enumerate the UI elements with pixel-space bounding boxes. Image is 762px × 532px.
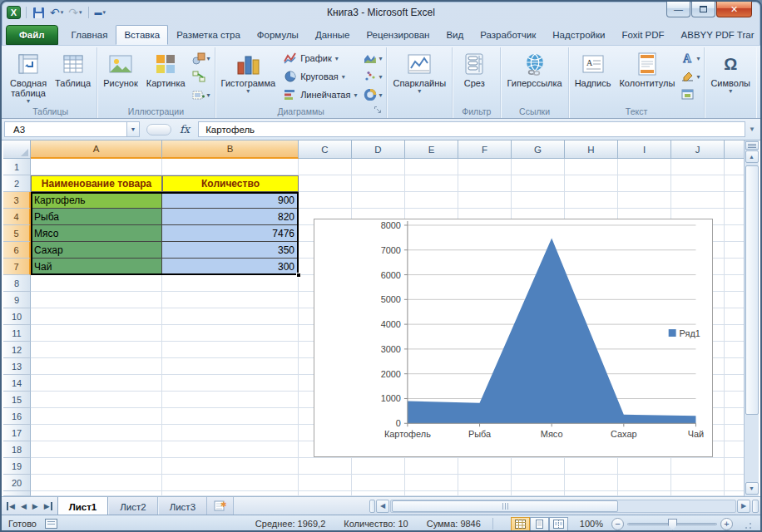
normal-view-button[interactable] [511, 517, 530, 531]
symbols-button[interactable]: Ω Символы ▾ [707, 48, 754, 106]
insert-worksheet-button[interactable]: ✱ [207, 497, 234, 515]
cell-F3[interactable] [458, 192, 512, 209]
ribbon-tab-7[interactable]: Вид [438, 25, 472, 45]
column-header-A[interactable]: A [31, 140, 162, 159]
pie-chart-button[interactable]: Круговая ▾ [281, 68, 359, 85]
dialog-launcher-icon[interactable] [374, 106, 382, 116]
sheet-tab-0[interactable]: Лист1 [57, 497, 109, 515]
cell-stub-13[interactable] [725, 358, 745, 375]
ribbon-tab-6[interactable]: Рецензирован [358, 25, 438, 45]
scroll-up-icon[interactable]: ▲ [745, 150, 759, 163]
sheet-tab-2[interactable]: Лист3 [158, 497, 207, 515]
area-chart-button[interactable]: ▾ [362, 50, 383, 66]
cell-stub-18[interactable] [725, 441, 745, 458]
cell-H1[interactable] [565, 159, 618, 175]
cell-D1[interactable] [352, 159, 405, 175]
cell-stub-8[interactable] [725, 275, 745, 292]
split-handle-icon[interactable] [745, 141, 759, 150]
row-header-3[interactable]: 3 [3, 192, 31, 209]
column-header-I[interactable]: I [618, 140, 671, 159]
tab-split-handle[interactable] [369, 500, 375, 513]
cell-B13[interactable] [162, 358, 299, 375]
page-break-view-button[interactable] [549, 517, 568, 531]
cell-C1[interactable] [299, 159, 352, 175]
cell-G2[interactable] [512, 175, 565, 192]
ribbon-tab-3[interactable]: Разметка стра [168, 25, 249, 45]
textbox-button[interactable]: A Надпись [572, 48, 615, 106]
cell-G3[interactable] [512, 192, 565, 209]
cell-stub-2[interactable] [725, 175, 745, 192]
cell-A16[interactable] [31, 408, 162, 425]
other-charts-button[interactable]: ▾ [362, 86, 383, 103]
sheet-tab-1[interactable]: Лист2 [108, 497, 157, 515]
cell-B4[interactable]: 820 [162, 209, 299, 225]
row-header-14[interactable]: 14 [3, 375, 31, 392]
ribbon-tab-8[interactable]: Разработчик [472, 25, 544, 45]
cell-stub-6[interactable] [725, 242, 745, 259]
cell-H3[interactable] [565, 192, 618, 209]
row-header-5[interactable]: 5 [3, 225, 31, 242]
formula-input[interactable]: Картофель [198, 121, 745, 137]
minimize-button[interactable]: — [666, 2, 690, 17]
zoom-in-button[interactable]: + [720, 518, 733, 530]
vertical-scrollbar[interactable]: ▲ ▼ [744, 140, 759, 496]
cell-stub-19[interactable] [725, 458, 745, 475]
row-header-18[interactable]: 18 [3, 441, 31, 458]
cell-D2[interactable] [352, 175, 405, 192]
cell-stub-9[interactable] [725, 292, 745, 308]
cell-H19[interactable] [565, 458, 618, 475]
histogram-button[interactable]: Гистограмма ▾ [218, 48, 280, 106]
cell-J19[interactable] [671, 458, 725, 475]
cell-J2[interactable] [671, 175, 725, 192]
row-header-11[interactable]: 11 [3, 325, 31, 342]
cell-A3[interactable]: Картофель [31, 192, 162, 209]
cell-I1[interactable] [618, 159, 671, 175]
cell-C3[interactable] [299, 192, 352, 209]
cell-D3[interactable] [352, 192, 405, 209]
cell-A1[interactable] [31, 159, 162, 175]
cell-B19[interactable] [162, 458, 299, 475]
cell-B9[interactable] [162, 292, 299, 308]
zoom-slider-track[interactable] [627, 523, 717, 525]
cell-stub-7[interactable] [725, 259, 745, 275]
row-header-4[interactable]: 4 [3, 209, 31, 225]
next-sheet-icon[interactable]: ▶ [32, 502, 38, 510]
slicer-button[interactable]: Срез [455, 48, 493, 106]
cell-B10[interactable] [162, 308, 299, 325]
cell-E3[interactable] [405, 192, 458, 209]
first-sheet-icon[interactable]: ◀ [7, 502, 15, 510]
cell-A14[interactable] [31, 375, 162, 392]
cell-A7[interactable]: Чай [31, 259, 162, 275]
line-chart-button[interactable]: График ▾ [281, 50, 359, 66]
column-header-H[interactable]: H [565, 140, 618, 159]
cell-stub-20[interactable] [725, 475, 745, 491]
row-header-6[interactable]: 6 [3, 242, 31, 259]
cell-A18[interactable] [31, 441, 162, 458]
cell-E1[interactable] [405, 159, 458, 175]
shapes-button[interactable]: ▾ [190, 50, 212, 66]
ribbon-tab-9[interactable]: Надстройки [544, 25, 613, 45]
ribbon-tab-0[interactable]: Файл [6, 25, 58, 45]
clipart-button[interactable]: Картинка [143, 48, 189, 106]
cell-stub-1[interactable] [725, 159, 745, 175]
cell-B17[interactable] [162, 425, 299, 441]
cell-F20[interactable] [458, 475, 512, 491]
expand-formula-bar-icon[interactable]: ▼ [745, 126, 759, 133]
row-header-10[interactable]: 10 [3, 308, 31, 325]
cell-B1[interactable] [162, 159, 299, 175]
ribbon-tab-1[interactable]: Главная [63, 25, 116, 45]
cell-B8[interactable] [162, 275, 299, 292]
name-box[interactable]: A3 [4, 121, 127, 137]
cell-A20[interactable] [31, 475, 162, 491]
row-header-19[interactable]: 19 [3, 458, 31, 475]
chart-object[interactable]: 010002000300040005000600070008000Картофе… [314, 219, 713, 457]
scroll-left-icon[interactable]: ◀ [376, 500, 389, 513]
vertical-scroll-thumb[interactable] [745, 165, 759, 415]
cell-A5[interactable]: Мясо [31, 225, 162, 242]
cell-B16[interactable] [162, 408, 299, 425]
cell-stub-17[interactable] [725, 425, 745, 441]
scroll-down-icon[interactable]: ▼ [745, 482, 759, 495]
cell-B15[interactable] [162, 392, 299, 408]
wordart-button[interactable]: A ▾ [680, 50, 701, 66]
ribbon-tab-4[interactable]: Формулы [249, 25, 307, 45]
